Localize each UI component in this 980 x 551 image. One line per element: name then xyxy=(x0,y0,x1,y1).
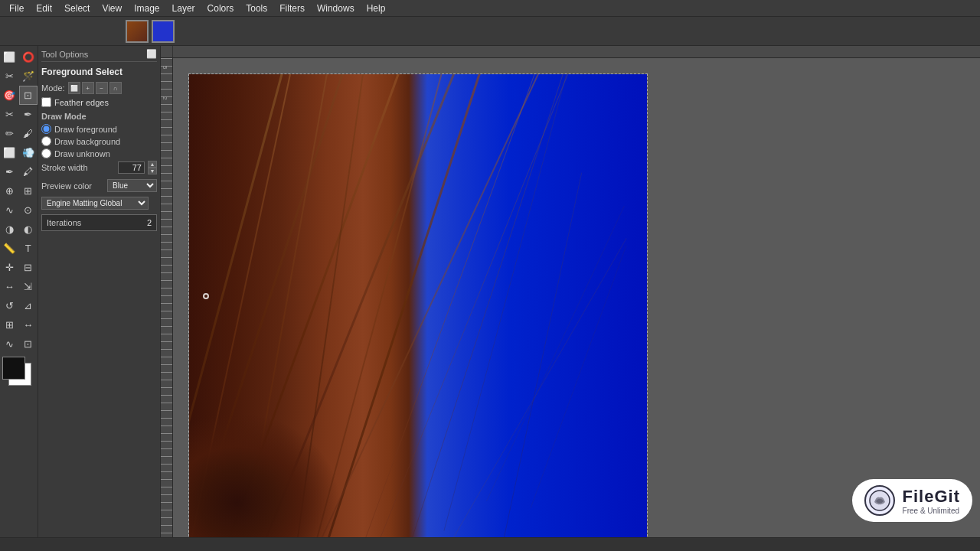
tool-move[interactable]: ✛ xyxy=(0,258,19,277)
menu-file[interactable]: File xyxy=(3,2,30,15)
stroke-width-spinner: ▲ ▼ xyxy=(148,161,157,174)
mode-icons: ⬜ + − ∩ xyxy=(68,82,122,94)
draw-background-row: Draw background xyxy=(41,136,157,146)
tool-heal[interactable]: ⊕ xyxy=(0,181,19,201)
menu-view[interactable]: View xyxy=(96,2,128,15)
watermark: FileGit Free & Unlimited xyxy=(852,479,972,522)
tool-options-panel: Tool Options ⬜ Foreground Select Mode: ⬜… xyxy=(38,46,161,537)
stroke-width-container: Stroke width ▲ ▼ xyxy=(41,161,157,174)
menu-bar: File Edit Select View Image Layer Colors… xyxy=(0,0,980,17)
menu-image[interactable]: Image xyxy=(128,2,165,15)
draw-unknown-label[interactable]: Draw unknown xyxy=(54,149,110,158)
preview-color-row: Preview color Blue Red Green Cyan Magent… xyxy=(41,179,157,192)
menu-windows[interactable]: Windows xyxy=(311,2,361,15)
tool-desaturate[interactable]: ◐ xyxy=(19,220,38,239)
thumbnail-background[interactable] xyxy=(152,20,175,43)
foreground-color[interactable] xyxy=(2,357,25,380)
tool-free-select[interactable]: ✂ xyxy=(0,67,19,86)
draw-background-radio[interactable] xyxy=(41,136,51,146)
tool-paintbrush[interactable]: 🖌 xyxy=(19,124,38,143)
tool-by-color[interactable]: 🎯 xyxy=(0,86,19,105)
iterations-label: Iterations xyxy=(47,218,81,227)
mode-replace[interactable]: ⬜ xyxy=(68,82,80,94)
feather-edges-row: Feather edges xyxy=(41,97,157,107)
selection-cursor xyxy=(203,293,209,299)
color-swatch[interactable] xyxy=(2,357,36,387)
tool-rect-select[interactable]: ⬜ xyxy=(0,47,19,67)
draw-foreground-label[interactable]: Draw foreground xyxy=(54,125,117,134)
mode-intersect[interactable]: ∩ xyxy=(109,82,122,94)
tool-measure[interactable]: 📏 xyxy=(0,239,19,258)
tool-options-label: Tool Options xyxy=(41,50,88,59)
watermark-brand: FileGit xyxy=(903,487,960,507)
tool-paths[interactable]: ✒ xyxy=(19,105,38,124)
draw-mode-label: Draw Mode xyxy=(41,112,157,121)
tool-perspective[interactable]: ⊞ xyxy=(0,315,19,334)
draw-unknown-radio[interactable] xyxy=(41,148,51,158)
tool-name: Foreground Select xyxy=(41,67,157,77)
menu-help[interactable]: Help xyxy=(361,2,392,15)
ruler-left: 5 2 xyxy=(161,58,173,537)
watermark-tagline: Free & Unlimited xyxy=(903,507,960,515)
tool-scissors[interactable]: ✂ xyxy=(0,105,19,124)
stroke-width-up[interactable]: ▲ xyxy=(148,161,157,168)
tool-cage[interactable]: ⊡ xyxy=(19,334,38,354)
tool-pencil[interactable]: ✏ xyxy=(0,124,19,143)
tool-rotate[interactable]: ↺ xyxy=(0,296,19,315)
draw-background-label[interactable]: Draw background xyxy=(54,137,120,146)
tool-mypaint[interactable]: 🖍 xyxy=(19,162,38,181)
stroke-width-label: Stroke width xyxy=(41,163,115,172)
menu-colors[interactable]: Colors xyxy=(201,2,240,15)
tool-flip[interactable]: ↔ xyxy=(19,315,38,334)
tool-warp[interactable]: ∿ xyxy=(0,334,19,354)
canvas-area[interactable]: FileGit Free & Unlimited xyxy=(173,58,980,537)
stroke-width-down[interactable]: ▼ xyxy=(148,168,157,174)
watermark-text: FileGit Free & Unlimited xyxy=(903,487,960,515)
menu-select[interactable]: Select xyxy=(58,2,96,15)
engine-row: Engine Matting Global Engine Matting Lev… xyxy=(41,197,157,210)
tool-fuzzy-select[interactable]: 🪄 xyxy=(19,67,38,86)
tool-options-close-icon[interactable]: ⬜ xyxy=(146,49,157,59)
tool-text[interactable]: T xyxy=(19,239,38,258)
status-bar xyxy=(0,537,980,551)
tool-dodge-burn[interactable]: ◑ xyxy=(0,220,19,239)
tool-ellipse-select[interactable]: ⭕ xyxy=(19,47,38,67)
menu-layer[interactable]: Layer xyxy=(166,2,201,15)
tool-transform[interactable]: ↔ xyxy=(0,277,19,296)
tool-clone[interactable]: ⊞ xyxy=(19,181,38,201)
tool-foreground-select[interactable]: ⊡ xyxy=(19,86,38,105)
mode-add[interactable]: + xyxy=(82,82,94,94)
ruler-top: 10 50 100 150 200 250 300 350 400 450 xyxy=(161,46,980,58)
mode-subtract[interactable]: − xyxy=(96,82,108,94)
menu-tools[interactable]: Tools xyxy=(240,2,273,15)
preview-color-select[interactable]: Blue Red Green Cyan Magenta Yellow White… xyxy=(107,179,157,192)
iterations-box: Iterations 2 xyxy=(41,214,157,231)
tool-align[interactable]: ⊟ xyxy=(19,258,38,277)
iterations-value: 2 xyxy=(147,218,152,227)
draw-foreground-row: Draw foreground xyxy=(41,124,157,134)
canvas-container: 10 50 100 150 200 250 300 350 400 450 xyxy=(161,46,980,537)
mode-label: Mode: xyxy=(41,83,65,93)
top-bar xyxy=(0,17,980,46)
image-canvas[interactable] xyxy=(188,73,648,537)
tool-convolve[interactable]: ⊙ xyxy=(19,201,38,220)
thumbnail-foreground[interactable] xyxy=(126,20,149,43)
watermark-logo xyxy=(864,485,895,516)
engine-select[interactable]: Engine Matting Global Engine Matting Lev… xyxy=(41,197,149,210)
toolbox: ⬜ ⭕ ✂ 🪄 🎯 ⊡ ✂ ✒ ✏ 🖌 ⬜ 💨 xyxy=(0,46,38,537)
draw-unknown-row: Draw unknown xyxy=(41,148,157,158)
tool-ink[interactable]: ✒ xyxy=(0,162,19,181)
tool-smudge[interactable]: ∿ xyxy=(0,201,19,220)
tool-scale[interactable]: ⇲ xyxy=(19,277,38,296)
tool-shear[interactable]: ⊿ xyxy=(19,296,38,315)
tool-eraser[interactable]: ⬜ xyxy=(0,143,19,162)
feather-edges-label[interactable]: Feather edges xyxy=(54,98,109,107)
preview-color-label: Preview color xyxy=(41,181,104,191)
menu-edit[interactable]: Edit xyxy=(30,2,58,15)
stroke-width-input[interactable] xyxy=(118,161,145,174)
menu-filters[interactable]: Filters xyxy=(273,2,311,15)
tool-airbrush[interactable]: 💨 xyxy=(19,143,38,162)
feather-edges-checkbox[interactable] xyxy=(41,97,51,107)
canvas-inner: 5 2 xyxy=(161,58,980,537)
draw-foreground-radio[interactable] xyxy=(41,124,51,134)
